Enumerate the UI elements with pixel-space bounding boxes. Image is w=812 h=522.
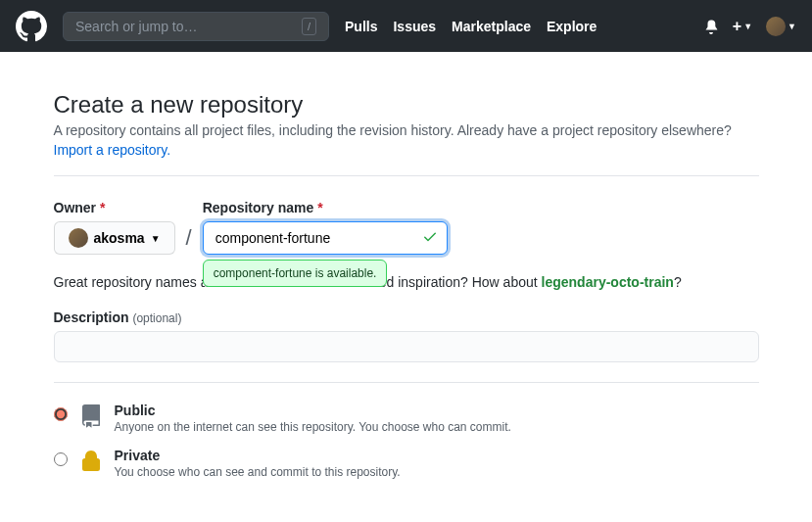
private-title: Private (115, 448, 401, 463)
name-hint: Great repository names are short and mem… (54, 274, 759, 290)
divider (54, 382, 759, 383)
description-label: Description (optional) (54, 309, 182, 325)
private-radio[interactable] (54, 452, 68, 466)
slash-shortcut: / (302, 18, 316, 35)
create-new-dropdown[interactable]: +▼ (733, 18, 752, 35)
repo-name-input[interactable] (203, 221, 448, 255)
nav-marketplace[interactable]: Marketplace (452, 19, 531, 34)
nav-pulls[interactable]: Pulls (345, 19, 377, 34)
private-description: You choose who can see and commit to thi… (115, 465, 401, 479)
suggestion-link[interactable]: legendary-octo-train (542, 274, 674, 290)
repo-icon (77, 404, 105, 428)
github-logo[interactable] (16, 11, 47, 42)
search-input[interactable] (75, 19, 302, 34)
avatar (766, 17, 786, 36)
private-text: Private You choose who can see and commi… (115, 448, 401, 479)
owner-select[interactable]: akosma ▼ (54, 221, 175, 255)
lock-icon (77, 450, 105, 473)
owner-group: Owner * akosma ▼ (54, 200, 175, 255)
caret-down-icon: ▼ (151, 233, 161, 244)
owner-label: Owner * (54, 200, 175, 215)
notifications-icon[interactable] (703, 19, 719, 34)
primary-nav: Pulls Issues Marketplace Explore (345, 19, 597, 34)
nav-explore[interactable]: Explore (547, 19, 597, 34)
user-menu[interactable]: ▼ (766, 17, 796, 36)
owner-repo-separator: / (186, 225, 192, 251)
public-description: Anyone on the internet can see this repo… (115, 420, 511, 434)
public-radio[interactable] (54, 407, 68, 421)
visibility-private-row: Private You choose who can see and commi… (54, 448, 759, 479)
header-actions: +▼ ▼ (703, 17, 796, 36)
global-header: / Pulls Issues Marketplace Explore +▼ ▼ (0, 0, 812, 52)
availability-tooltip: component-fortune is available. (203, 260, 388, 287)
nav-issues[interactable]: Issues (393, 19, 436, 34)
search-box[interactable]: / (63, 12, 329, 41)
visibility-public-row: Public Anyone on the internet can see th… (54, 403, 759, 434)
check-icon (422, 229, 438, 248)
description-group: Description (optional) (54, 309, 759, 362)
repo-name-label: Repository name * (203, 200, 448, 215)
owner-avatar (69, 228, 88, 248)
page-title: Create a new repository (54, 91, 759, 119)
repo-name-group: Repository name * component-fortune is a… (203, 200, 448, 255)
main-content: Create a new repository A repository con… (30, 52, 783, 522)
public-text: Public Anyone on the internet can see th… (115, 403, 511, 434)
page-subtitle: A repository contains all project files,… (54, 122, 759, 138)
owner-name: akosma (94, 230, 145, 246)
divider (54, 175, 759, 176)
import-repo-link[interactable]: Import a repository. (54, 142, 171, 158)
public-title: Public (115, 403, 511, 418)
name-owner-row: Owner * akosma ▼ / Repository name * com… (54, 200, 759, 255)
description-input[interactable] (54, 331, 759, 362)
